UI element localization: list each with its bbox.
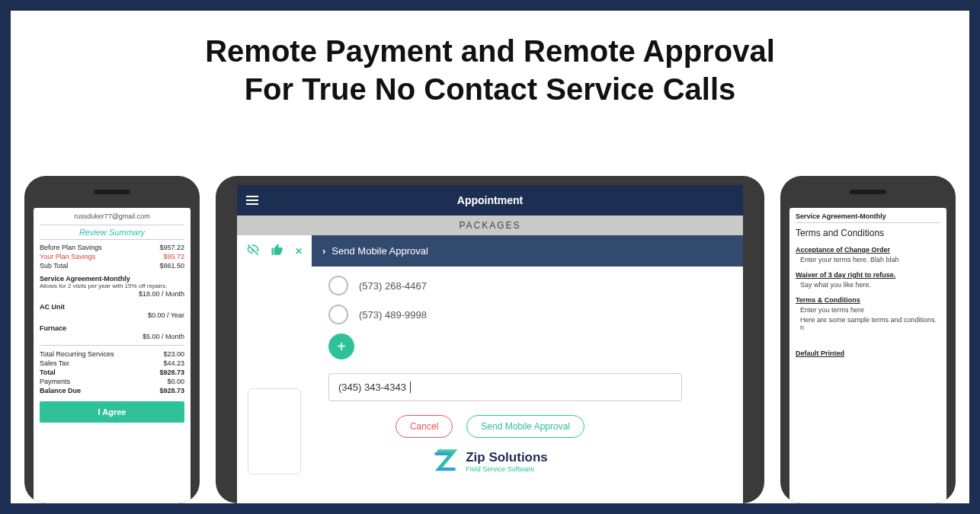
packages-bar: PACKAGES bbox=[237, 215, 743, 235]
device-row: russduker77@gmail.com Review Summary Bef… bbox=[11, 176, 969, 503]
add-phone-button[interactable]: + bbox=[328, 334, 354, 359]
plus-icon: + bbox=[337, 338, 346, 356]
divider bbox=[40, 345, 184, 346]
headline-line-1: Remote Payment and Remote Approval bbox=[26, 32, 954, 70]
tablet-screen: Appointment PACKAGES ✕ › Send Mobile App… bbox=[237, 185, 743, 503]
row-your-savings: Your Plan Savings$95.72 bbox=[40, 252, 184, 261]
brand-text: Zip Solutions Field Service Software bbox=[466, 450, 548, 473]
tablet-title: Appointment bbox=[237, 194, 743, 206]
brand-name: Zip Solutions bbox=[466, 450, 548, 465]
tablet-center: Appointment PACKAGES ✕ › Send Mobile App… bbox=[216, 176, 764, 503]
customer-email: russduker77@gmail.com bbox=[40, 212, 184, 220]
inner-content: Remote Payment and Remote Approval For T… bbox=[11, 11, 969, 503]
row-balance: Balance Due$928.73 bbox=[40, 386, 184, 395]
chevron-right-icon: › bbox=[322, 245, 325, 257]
terms-body-3b: Here are some sample terms and condition… bbox=[800, 316, 940, 331]
ac-heading: AC Unit bbox=[40, 303, 184, 311]
terms-section-2: Waiver of 3 day right to refuse. bbox=[796, 271, 940, 279]
row-before-savings: Before Plan Savings$957.22 bbox=[40, 243, 184, 252]
send-approval-header-label: Send Mobile Approval bbox=[331, 245, 428, 257]
phone-input[interactable]: (345) 343-4343 bbox=[328, 373, 682, 401]
thumbs-up-icon[interactable] bbox=[271, 243, 284, 259]
send-approval-header[interactable]: › Send Mobile Approval bbox=[312, 235, 743, 267]
menu-icon[interactable] bbox=[237, 196, 267, 205]
promo-frame: Remote Payment and Remote Approval For T… bbox=[0, 0, 980, 514]
row-ac-price: $0.00 / Year bbox=[40, 311, 184, 320]
terms-title: Terms and Conditions bbox=[796, 228, 940, 238]
radio-icon[interactable] bbox=[328, 276, 348, 295]
package-card-edge bbox=[248, 388, 301, 474]
row-tax: Sales Tax$44.23 bbox=[40, 359, 184, 368]
terms-section-4: Default Printed bbox=[796, 350, 940, 357]
phone-left-screen: russduker77@gmail.com Review Summary Bef… bbox=[34, 208, 191, 503]
row-payments: Payments$0.00 bbox=[40, 377, 184, 386]
row-furnace-price: $5.00 / Month bbox=[40, 332, 184, 341]
terms-body-1: Enter your terms here. Blah blah bbox=[800, 256, 940, 263]
toolbar: ✕ bbox=[237, 235, 312, 267]
agreement-note: Allows for 2 visits per year with 15% of… bbox=[40, 283, 184, 289]
furnace-heading: Furnace bbox=[40, 324, 184, 332]
terms-top-heading: Service Agreement-Monthly bbox=[796, 212, 940, 223]
close-icon[interactable]: ✕ bbox=[295, 246, 303, 257]
dialog-buttons: Cancel Send Mobile Approval bbox=[237, 415, 743, 438]
row-agreement-price: $18.00 / Month bbox=[40, 289, 184, 299]
review-summary-title: Review Summary bbox=[40, 225, 184, 240]
row-subtotal: Sub Total$861.50 bbox=[40, 261, 184, 270]
brand-logo: Zip Solutions Field Service Software bbox=[237, 449, 743, 474]
phone-right-screen: Service Agreement-Monthly Terms and Cond… bbox=[789, 208, 946, 503]
brand-tagline: Field Service Software bbox=[466, 465, 548, 473]
phone-left: russduker77@gmail.com Review Summary Bef… bbox=[24, 176, 200, 503]
headline-line-2: For True No Contact Service Calls bbox=[26, 70, 954, 108]
agreement-heading: Service Agreement-Monthly bbox=[40, 275, 184, 283]
phone-list: (573) 268-4467 (573) 489-9998 bbox=[237, 267, 743, 324]
send-mobile-approval-button[interactable]: Send Mobile Approval bbox=[466, 415, 584, 438]
hide-icon[interactable] bbox=[246, 243, 260, 259]
i-agree-button[interactable]: I Agree bbox=[40, 401, 184, 423]
tablet-header: Appointment bbox=[237, 185, 743, 215]
terms-body-3a: Enter you terms here bbox=[800, 306, 940, 314]
row-recurring: Total Recurring Services$23.00 bbox=[40, 350, 184, 359]
terms-section-3: Terms & Conditions bbox=[796, 296, 940, 304]
terms-body-2: Say what you like here. bbox=[800, 281, 940, 289]
logo-icon bbox=[432, 449, 458, 474]
headline: Remote Payment and Remote Approval For T… bbox=[26, 32, 954, 108]
phone-option-2[interactable]: (573) 489-9998 bbox=[328, 305, 743, 324]
cancel-button[interactable]: Cancel bbox=[396, 415, 453, 438]
terms-section-1: Acceptance of Change Order bbox=[796, 246, 940, 254]
row-total: Total$928.73 bbox=[40, 368, 184, 377]
radio-icon[interactable] bbox=[328, 305, 348, 324]
phone-option-1[interactable]: (573) 268-4467 bbox=[328, 276, 743, 295]
phone-right: Service Agreement-Monthly Terms and Cond… bbox=[780, 176, 956, 503]
